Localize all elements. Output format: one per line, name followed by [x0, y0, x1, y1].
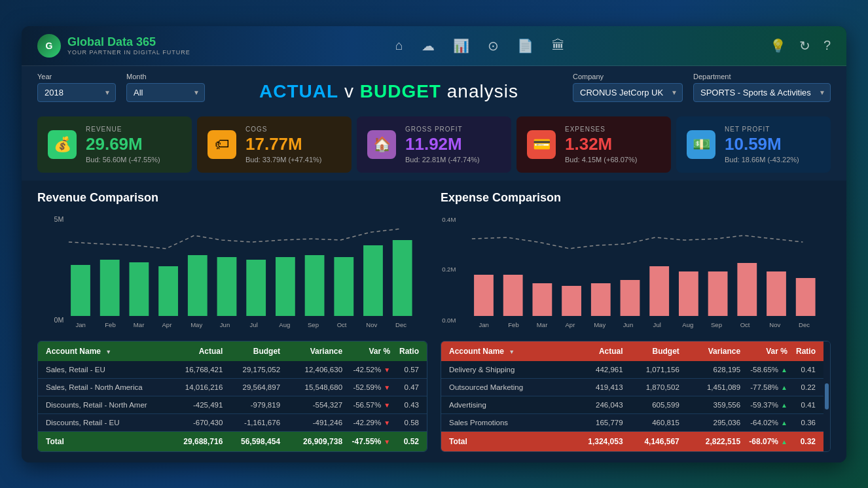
bank-icon[interactable]: 🏛 [552, 38, 565, 53]
exp-col-account-name[interactable]: Account Name ▼ [449, 347, 566, 356]
department-control: Department SPORTS - Sports & Activities [693, 73, 831, 102]
department-label: Department [693, 73, 831, 80]
row-account: Sales, Retail - EU [46, 366, 166, 374]
svg-rect-8 [246, 260, 266, 316]
cogs-icon: 🏷 [208, 130, 236, 159]
expense-chart-panel: Expense Comparison 0.4M 0.2M 0.0M [441, 191, 831, 330]
svg-rect-4 [129, 262, 149, 316]
gross-budget: Bud: 22.81M (-47.74%) [405, 156, 480, 164]
svg-text:May: May [594, 322, 606, 328]
revenue-label: REVENUE [86, 126, 160, 133]
row-actual: -670,430 [166, 419, 223, 427]
expense-total-row: Total 1,324,053 4,146,567 2,822,515 -68.… [441, 432, 823, 451]
col-varpct[interactable]: Var % [342, 347, 390, 356]
title-budget: BUDGET [360, 81, 441, 101]
kpi-gross: 🏠 GROSS PROFIT 11.92M Bud: 22.81M (-47.7… [357, 116, 511, 173]
scrollbar-thumb[interactable] [825, 383, 829, 410]
row-variance: 15,548,680 [280, 383, 342, 391]
svg-text:Jun: Jun [220, 322, 230, 328]
company-select[interactable]: CRONUS JetCorp UK [573, 83, 683, 102]
exp-row-account: Delivery & Shipping [449, 366, 566, 374]
scrollbar[interactable] [823, 341, 830, 451]
col-variance[interactable]: Variance [280, 347, 342, 356]
header-actions: 💡 ↻ ? [770, 38, 831, 54]
expenses-info: EXPENSES 1.32M Bud: 4.15M (+68.07%) [565, 126, 637, 164]
netprofit-info: NET PROFIT 10.59M Bud: 18.66M (-43.22%) [725, 126, 799, 164]
row-budget: 29,564,897 [223, 383, 280, 391]
exp-row-budget: 1,870,502 [623, 383, 679, 391]
expenses-icon: 💳 [527, 130, 556, 159]
refresh-icon[interactable]: ↻ [799, 38, 810, 54]
month-label: Month [126, 73, 205, 80]
svg-text:Mar: Mar [537, 322, 547, 328]
svg-text:May: May [190, 322, 202, 328]
col-ratio[interactable]: Ratio [390, 347, 419, 356]
svg-rect-31 [532, 283, 552, 316]
exp-row-varpct: -64.02%▲ [740, 419, 787, 427]
cloud-icon[interactable]: ☁ [422, 38, 435, 54]
row-budget: 29,175,052 [223, 366, 280, 374]
title-v: v [338, 81, 360, 101]
row-account: Discounts, Retail - EU [46, 419, 166, 427]
title-actual: ACTUAL [259, 81, 338, 101]
pie-chart-icon[interactable]: ⊙ [488, 38, 499, 54]
svg-text:5M: 5M [54, 216, 64, 223]
exp-col-actual[interactable]: Actual [566, 347, 623, 356]
expense-chart-svg: 0.4M 0.2M 0.0M [441, 213, 831, 330]
year-select[interactable]: 2018 2017 2019 [37, 83, 116, 102]
exp-row-varpct: -77.58%▲ [740, 383, 787, 391]
exp-col-budget[interactable]: Budget [623, 347, 679, 356]
total-ratio: 0.52 [390, 437, 419, 446]
col-budget[interactable]: Budget [223, 347, 280, 356]
exp-total-label: Total [449, 437, 566, 446]
department-select-wrapper: SPORTS - Sports & Activities [693, 83, 831, 102]
exp-row-ratio: 0.41 [787, 366, 816, 374]
row-account: Discounts, Retail - North Amer [46, 401, 166, 409]
svg-text:Apr: Apr [566, 322, 575, 328]
revenue-value: 29.69M [86, 134, 160, 154]
exp-col-varpct[interactable]: Var % [740, 347, 787, 356]
svg-rect-5 [158, 266, 178, 316]
exp-total-ratio: 0.32 [787, 437, 816, 446]
month-select[interactable]: All JanFebMar AprMayJun JulAugSep OctNov… [126, 83, 205, 102]
svg-text:Aug: Aug [279, 322, 290, 328]
exp-row-ratio: 0.41 [787, 401, 816, 409]
col-account-name[interactable]: Account Name ▼ [46, 347, 166, 356]
exp-total-varpct: -68.07%▲ [740, 437, 787, 446]
row-varpct: -52.59%▼ [342, 383, 390, 391]
exp-row-budget: 605,599 [623, 401, 679, 409]
logo-text: Global Data 365 YOUR PARTNER IN DIGITAL … [67, 35, 190, 56]
expense-table-inner: Account Name ▼ Actual Budget Variance Va… [441, 341, 830, 451]
document-icon[interactable]: 📄 [517, 38, 533, 54]
table-row: Discounts, Retail - EU -670,430 -1,161,6… [38, 414, 427, 432]
home-icon[interactable]: ⌂ [395, 38, 403, 53]
svg-rect-36 [679, 271, 698, 316]
svg-text:Dec: Dec [395, 322, 407, 328]
row-account: Sales, Retail - North America [46, 383, 166, 391]
exp-col-ratio[interactable]: Ratio [787, 347, 816, 356]
lightbulb-icon[interactable]: 💡 [770, 38, 786, 54]
chart-icon[interactable]: 📊 [453, 38, 469, 54]
total-budget: 56,598,454 [223, 437, 280, 446]
total-actual: 29,688,716 [166, 437, 223, 446]
exp-row-variance: 295,036 [679, 419, 740, 427]
svg-text:Sep: Sep [711, 322, 722, 328]
exp-col-variance[interactable]: Variance [679, 347, 740, 356]
exp-row-account: Sales Promotions [449, 419, 566, 427]
svg-rect-37 [708, 271, 728, 316]
total-varpct: -47.55%▼ [342, 437, 390, 446]
department-select[interactable]: SPORTS - Sports & Activities [693, 83, 831, 102]
row-varpct: -56.57%▼ [342, 401, 390, 409]
table-row: Discounts, Retail - North Amer -425,491 … [38, 396, 427, 414]
svg-text:Jun: Jun [623, 322, 633, 328]
expense-table-header: Account Name ▼ Actual Budget Variance Va… [441, 341, 823, 361]
exp-row-budget: 1,071,156 [623, 366, 679, 374]
row-actual: -425,491 [166, 401, 223, 409]
svg-text:Jan: Jan [479, 322, 489, 328]
col-actual[interactable]: Actual [166, 347, 223, 356]
help-icon[interactable]: ? [823, 38, 831, 53]
svg-rect-12 [363, 245, 383, 316]
total-variance: 26,909,738 [280, 437, 342, 446]
svg-text:Mar: Mar [134, 322, 144, 328]
svg-rect-2 [71, 265, 90, 316]
